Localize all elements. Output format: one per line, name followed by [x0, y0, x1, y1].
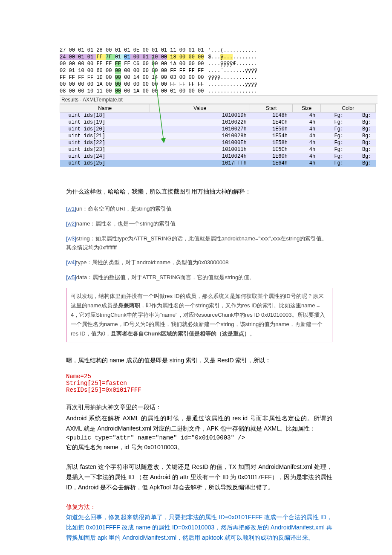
col-color[interactable]: Color — [320, 104, 375, 113]
col-value[interactable]: Value — [150, 104, 250, 113]
hex-ascii: ÿÿÿÿ............ — [208, 74, 257, 81]
hex-row: 08 00 00 10 11 00 00 00 1A 00 00 00 01 0… — [60, 88, 204, 95]
hex-ascii: ....ÿÿÿÿÆ....... — [208, 61, 257, 67]
table-row[interactable]: uint ids[20]1010027h1E50h4hFg:Bg: — [60, 126, 376, 133]
note-w5: [w5]data：属性的数据值，对于ATTR_STRING而言，它的值就是str… — [66, 273, 332, 282]
results-label: Results - AXMLTemplate.bt — [60, 95, 378, 104]
table-row[interactable]: uint ids[22]101000Eh1E58h4hFg:Bg: — [60, 140, 376, 147]
table-row[interactable]: uint ids[23]1010011h1E5Ch4hFg:Bg: — [60, 147, 376, 153]
col-start[interactable]: Start — [250, 104, 293, 113]
paragraph: 为什么这样做，哈哈哈，我懒，所以直接截图引用万抽抽大神的解释： — [66, 186, 332, 197]
hex-row: 02 01 10 00 60 00 00 00 00 00 00 00 FF F… — [60, 67, 204, 74]
table-row[interactable]: uint ids[19]1010022h1E4Ch4hFg:Bg: — [60, 119, 376, 126]
hex-row: 24 00 01 01 FF 7F 01 01 00 01 10 00 18 0… — [60, 54, 204, 61]
code-line: <public type="attr" name="name" id="0x01… — [66, 434, 332, 441]
hex-ascii: ....`.......ÿÿÿÿ — [208, 67, 257, 74]
hex-dump: 27 00 01 01 28 00 01 01 0E 00 01 01 11 0… — [60, 47, 375, 95]
table-row[interactable]: uint ids[25]1017FFFh1E64h4hFg:Bg: — [60, 160, 376, 167]
fix-body: 知道怎么回事，修复起来就很简单了，只要把非法的属性 ID=0x0101FFFF … — [66, 512, 332, 543]
code-line: String[25]=fasten — [66, 380, 332, 387]
paragraph: 所以 fasten 这个字符串可以随意改，关键还是 ResID 的值，TX 加固… — [66, 462, 332, 492]
hex-ascii: '...(........... — [208, 47, 257, 54]
hex-row: 00 00 00 00 1A 00 00 00 00 00 00 00 FF F… — [60, 81, 204, 88]
hex-ascii: ............ÿÿÿÿ — [208, 81, 257, 88]
results-table: Name Value Start Size Color uint ids[18]… — [60, 104, 376, 167]
hex-row: 00 00 00 00 FF FF FF FF C6 00 00 00 1A 0… — [60, 61, 204, 67]
note-w2: [w2]name：属性名，也是一个string的索引值 — [66, 219, 332, 228]
hex-row: FF FF FF FF 1D 00 00 00 14 00 14 00 03 0… — [60, 74, 204, 81]
note-w3: [w3]string：如果属性type为ATTR_STRING的话，此值就是属性… — [66, 234, 332, 252]
note-w1: [w1]uri：命名空间的URI，是string的索引值 — [66, 204, 332, 213]
col-name[interactable]: Name — [60, 104, 150, 113]
note-w4: [w4]type：属性的类型，对于android:name，类型值为0x0300… — [66, 258, 332, 267]
paragraph: 它的属性名为 name，id 号为 0x01010003。 — [66, 442, 332, 452]
col-size[interactable]: Size — [293, 104, 320, 113]
code-line: ResIDs[25]=0x01017FFF — [66, 387, 332, 393]
code-line: Name=25 — [66, 373, 332, 380]
hex-ascii: $...ÿ........... — [208, 54, 257, 61]
table-row[interactable]: uint ids[21]1010028h1E54h4hFg:Bg: — [60, 133, 376, 140]
highlight-box: 可以发现，结构体里面并没有一个叫做res ID的成员，那么系统又是如何获取某个属… — [66, 288, 332, 342]
paragraph: Android 系统在解析 AXML 的属性的时候，是通过该属性的 res id… — [66, 413, 332, 434]
paragraph: 嗯，属性结构的 name 成员的值是即是 string 索引，又是 ResID … — [66, 355, 332, 365]
table-row[interactable]: uint ids[18]101001Dh1E48h4hFg:Bg: — [60, 113, 376, 119]
hex-row: 27 00 01 01 28 00 01 01 0E 00 01 01 11 0… — [60, 47, 204, 54]
hex-ascii: ................ — [208, 88, 257, 95]
paragraph: 再次引用抽抽大神文章里的一段话： — [66, 402, 332, 412]
table-row[interactable]: uint ids[24]1010024h1E60h4hFg:Bg: — [60, 153, 376, 160]
fix-title: 修复方法： — [66, 503, 332, 511]
